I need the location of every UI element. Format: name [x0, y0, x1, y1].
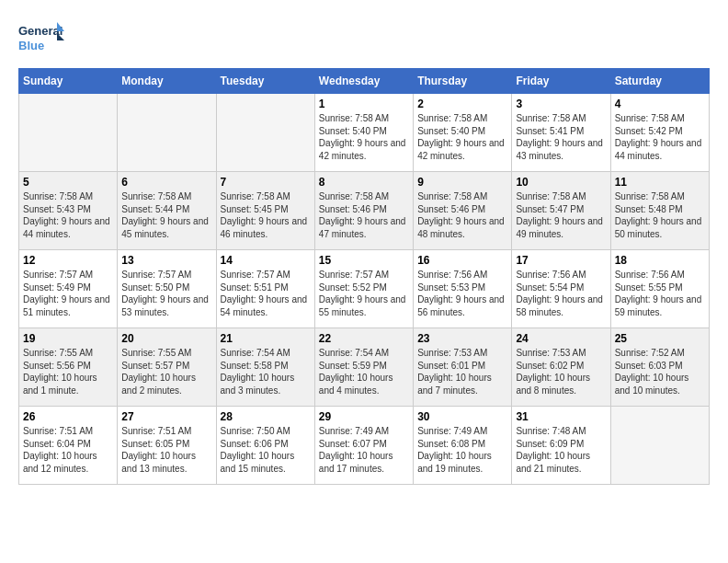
day-number: 20: [121, 332, 211, 345]
day-number: 1: [319, 98, 409, 110]
calendar-cell: 5Sunrise: 7:58 AMSunset: 5:43 PMDaylight…: [19, 172, 118, 250]
calendar-header-thursday: Thursday: [414, 69, 512, 94]
day-detail: Sunrise: 7:51 AMSunset: 6:04 PMDaylight:…: [23, 425, 113, 475]
calendar-cell: 20Sunrise: 7:55 AMSunset: 5:57 PMDayligh…: [118, 328, 216, 407]
day-number: 17: [516, 254, 606, 267]
day-number: 4: [615, 98, 705, 110]
day-detail: Sunrise: 7:58 AMSunset: 5:47 PMDaylight:…: [516, 190, 606, 240]
calendar-cell: 31Sunrise: 7:48 AMSunset: 6:09 PMDayligh…: [512, 407, 610, 485]
calendar-cell: [19, 94, 118, 172]
calendar-cell: 8Sunrise: 7:58 AMSunset: 5:46 PMDaylight…: [314, 172, 413, 250]
calendar-cell: 6Sunrise: 7:58 AMSunset: 5:44 PMDaylight…: [118, 172, 216, 250]
day-detail: Sunrise: 7:56 AMSunset: 5:53 PMDaylight:…: [417, 269, 507, 318]
day-number: 23: [417, 332, 507, 345]
calendar-cell: 23Sunrise: 7:53 AMSunset: 6:01 PMDayligh…: [414, 328, 512, 407]
day-number: 25: [615, 332, 705, 345]
day-number: 13: [121, 254, 211, 267]
day-number: 26: [23, 410, 113, 423]
calendar-header-sunday: Sunday: [19, 69, 118, 94]
calendar-cell: 19Sunrise: 7:55 AMSunset: 5:56 PMDayligh…: [19, 328, 118, 407]
calendar-cell: 27Sunrise: 7:51 AMSunset: 6:05 PMDayligh…: [118, 407, 216, 485]
day-number: 11: [615, 176, 705, 189]
day-number: 29: [319, 410, 409, 423]
day-detail: Sunrise: 7:56 AMSunset: 5:55 PMDaylight:…: [615, 269, 705, 318]
day-number: 16: [417, 254, 507, 267]
calendar-cell: 17Sunrise: 7:56 AMSunset: 5:54 PMDayligh…: [512, 250, 610, 328]
day-detail: Sunrise: 7:58 AMSunset: 5:45 PMDaylight:…: [221, 190, 311, 240]
day-number: 12: [23, 254, 113, 267]
calendar-cell: 1Sunrise: 7:58 AMSunset: 5:40 PMDaylight…: [314, 94, 413, 172]
day-number: 24: [516, 332, 606, 345]
calendar-week-row: 12Sunrise: 7:57 AMSunset: 5:49 PMDayligh…: [19, 250, 710, 328]
day-number: 2: [417, 98, 507, 110]
calendar-cell: 15Sunrise: 7:57 AMSunset: 5:52 PMDayligh…: [314, 250, 413, 328]
calendar-cell: 22Sunrise: 7:54 AMSunset: 5:59 PMDayligh…: [314, 328, 413, 407]
day-detail: Sunrise: 7:58 AMSunset: 5:46 PMDaylight:…: [319, 190, 409, 240]
day-detail: Sunrise: 7:58 AMSunset: 5:41 PMDaylight:…: [516, 112, 606, 162]
day-detail: Sunrise: 7:49 AMSunset: 6:08 PMDaylight:…: [417, 425, 507, 475]
day-number: 28: [221, 410, 311, 423]
day-number: 27: [121, 410, 211, 423]
calendar-cell: [216, 94, 314, 172]
calendar-header-friday: Friday: [512, 69, 610, 94]
day-detail: Sunrise: 7:58 AMSunset: 5:48 PMDaylight:…: [615, 190, 705, 240]
day-detail: Sunrise: 7:57 AMSunset: 5:50 PMDaylight:…: [121, 269, 211, 318]
calendar-header-tuesday: Tuesday: [216, 69, 314, 94]
day-number: 21: [221, 332, 311, 345]
calendar-header-row: SundayMondayTuesdayWednesdayThursdayFrid…: [19, 69, 710, 94]
calendar-cell: 24Sunrise: 7:53 AMSunset: 6:02 PMDayligh…: [512, 328, 610, 407]
day-detail: Sunrise: 7:58 AMSunset: 5:42 PMDaylight:…: [615, 112, 705, 162]
calendar-cell: 21Sunrise: 7:54 AMSunset: 5:58 PMDayligh…: [216, 328, 314, 407]
day-detail: Sunrise: 7:49 AMSunset: 6:07 PMDaylight:…: [319, 425, 409, 475]
page-header: General Blue: [18, 18, 710, 59]
day-detail: Sunrise: 7:51 AMSunset: 6:05 PMDaylight:…: [121, 425, 211, 475]
logo: General Blue: [18, 18, 64, 59]
calendar-cell: 3Sunrise: 7:58 AMSunset: 5:41 PMDaylight…: [512, 94, 610, 172]
calendar-cell: 30Sunrise: 7:49 AMSunset: 6:08 PMDayligh…: [414, 407, 512, 485]
day-detail: Sunrise: 7:57 AMSunset: 5:51 PMDaylight:…: [221, 269, 311, 318]
calendar-cell: 7Sunrise: 7:58 AMSunset: 5:45 PMDaylight…: [216, 172, 314, 250]
calendar-week-row: 26Sunrise: 7:51 AMSunset: 6:04 PMDayligh…: [19, 407, 710, 485]
day-number: 18: [615, 254, 705, 267]
calendar-week-row: 19Sunrise: 7:55 AMSunset: 5:56 PMDayligh…: [19, 328, 710, 407]
day-detail: Sunrise: 7:48 AMSunset: 6:09 PMDaylight:…: [516, 425, 606, 475]
day-detail: Sunrise: 7:54 AMSunset: 5:59 PMDaylight:…: [319, 347, 409, 396]
svg-text:Blue: Blue: [18, 39, 44, 52]
calendar-header-saturday: Saturday: [610, 69, 709, 94]
svg-text:General: General: [18, 24, 63, 38]
calendar-cell: [118, 94, 216, 172]
calendar-cell: 29Sunrise: 7:49 AMSunset: 6:07 PMDayligh…: [314, 407, 413, 485]
day-detail: Sunrise: 7:58 AMSunset: 5:44 PMDaylight:…: [121, 190, 211, 240]
calendar-cell: 10Sunrise: 7:58 AMSunset: 5:47 PMDayligh…: [512, 172, 610, 250]
day-number: 9: [417, 176, 507, 189]
day-detail: Sunrise: 7:54 AMSunset: 5:58 PMDaylight:…: [221, 347, 311, 396]
day-detail: Sunrise: 7:52 AMSunset: 6:03 PMDaylight:…: [615, 347, 705, 396]
calendar-cell: 25Sunrise: 7:52 AMSunset: 6:03 PMDayligh…: [610, 328, 709, 407]
calendar-header-monday: Monday: [118, 69, 216, 94]
day-number: 15: [319, 254, 409, 267]
day-detail: Sunrise: 7:53 AMSunset: 6:01 PMDaylight:…: [417, 347, 507, 396]
calendar-week-row: 1Sunrise: 7:58 AMSunset: 5:40 PMDaylight…: [19, 94, 710, 172]
calendar-cell: 9Sunrise: 7:58 AMSunset: 5:46 PMDaylight…: [414, 172, 512, 250]
day-detail: Sunrise: 7:55 AMSunset: 5:57 PMDaylight:…: [121, 347, 211, 396]
calendar-cell: 13Sunrise: 7:57 AMSunset: 5:50 PMDayligh…: [118, 250, 216, 328]
day-number: 6: [121, 176, 211, 189]
day-number: 5: [23, 176, 113, 189]
day-number: 14: [221, 254, 311, 267]
day-detail: Sunrise: 7:57 AMSunset: 5:49 PMDaylight:…: [23, 269, 113, 318]
day-detail: Sunrise: 7:53 AMSunset: 6:02 PMDaylight:…: [516, 347, 606, 396]
day-detail: Sunrise: 7:58 AMSunset: 5:40 PMDaylight:…: [319, 112, 409, 162]
day-detail: Sunrise: 7:58 AMSunset: 5:46 PMDaylight:…: [417, 190, 507, 240]
day-number: 3: [516, 98, 606, 110]
day-number: 31: [516, 410, 606, 423]
logo-svg: General Blue: [18, 18, 64, 59]
day-detail: Sunrise: 7:57 AMSunset: 5:52 PMDaylight:…: [319, 269, 409, 318]
calendar-cell: 18Sunrise: 7:56 AMSunset: 5:55 PMDayligh…: [610, 250, 709, 328]
day-detail: Sunrise: 7:58 AMSunset: 5:40 PMDaylight:…: [417, 112, 507, 162]
day-detail: Sunrise: 7:58 AMSunset: 5:43 PMDaylight:…: [23, 190, 113, 240]
day-number: 22: [319, 332, 409, 345]
calendar-cell: 26Sunrise: 7:51 AMSunset: 6:04 PMDayligh…: [19, 407, 118, 485]
calendar-cell: 2Sunrise: 7:58 AMSunset: 5:40 PMDaylight…: [414, 94, 512, 172]
calendar-cell: 14Sunrise: 7:57 AMSunset: 5:51 PMDayligh…: [216, 250, 314, 328]
calendar-week-row: 5Sunrise: 7:58 AMSunset: 5:43 PMDaylight…: [19, 172, 710, 250]
